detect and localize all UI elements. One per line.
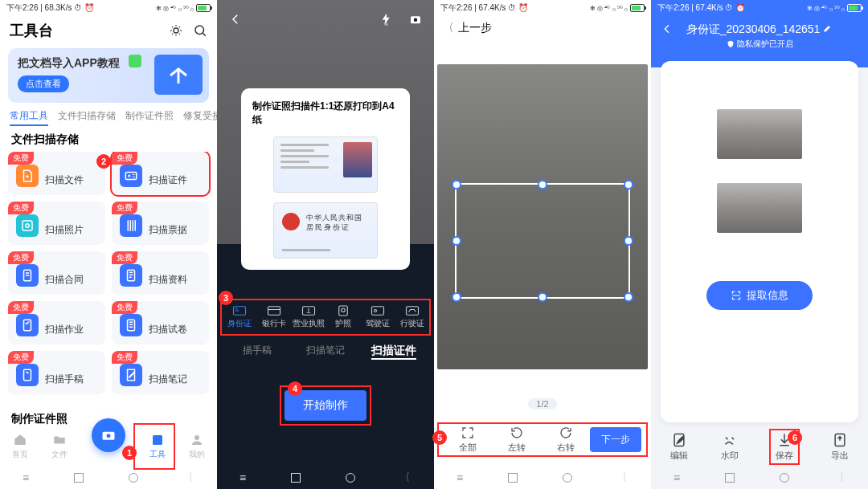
free-tag: 免费 <box>8 351 34 364</box>
next-button[interactable]: 下一步 <box>590 427 641 452</box>
crop-handle-l[interactable] <box>452 236 461 246</box>
flash-icon[interactable]: A <box>379 12 394 26</box>
doctab-license[interactable]: 营业执照 <box>291 300 326 334</box>
crop-canvas[interactable] <box>437 64 648 369</box>
back-btn[interactable]: 〈 <box>186 471 192 485</box>
action-all[interactable]: 全部 <box>444 426 493 454</box>
tab-id-photo[interactable]: 制作证件照 <box>125 109 174 126</box>
status-right: ✻ ◎ ⁴ᴳ ₍₎ ⁵ᴳ ₍₎ <box>156 4 211 12</box>
nav-home[interactable]: 首页 <box>12 433 28 460</box>
menu-btn[interactable]: ≡ <box>457 471 463 484</box>
menu-btn[interactable]: ≡ <box>23 471 29 484</box>
crop-handle-br[interactable] <box>624 292 633 302</box>
crop-handle-r[interactable] <box>624 236 633 246</box>
banner-cta[interactable]: 点击查看 <box>18 75 69 92</box>
doctab-idcard[interactable]: 身份证 <box>222 300 256 334</box>
tool-scan-id[interactable]: 免费 扫描证件 <box>112 152 209 195</box>
tool-scan-exam[interactable]: 免费 扫描试卷 <box>112 301 209 344</box>
recent-btn[interactable] <box>508 473 518 483</box>
header-text: 身份证_20230406_142651 隐私保护已开启 <box>682 22 837 51</box>
tool-grid: 免费 扫描文件 免费 扫描证件 免费 扫描照片 免费 扫描票据 免费 扫描合同 … <box>0 152 217 407</box>
crop-frame[interactable] <box>455 183 630 299</box>
back-icon[interactable] <box>661 22 674 35</box>
tool-scan-notes[interactable]: 免费 扫描笔记 <box>112 351 209 394</box>
scan-exam-icon <box>120 314 142 336</box>
nav-camera-fab[interactable] <box>92 418 125 452</box>
back-btn[interactable]: 〈 <box>403 471 409 485</box>
tool-label: 扫描文件 <box>45 173 84 187</box>
android-nav: ≡ 〈 <box>651 467 868 489</box>
id-back-result[interactable] <box>717 183 802 233</box>
recent-btn[interactable] <box>74 473 84 483</box>
free-tag: 免费 <box>112 202 137 214</box>
action-watermark[interactable]: 水印 <box>721 432 739 462</box>
marker-5: 5 <box>432 430 447 445</box>
tool-scan-contract[interactable]: 免费 扫描合同 <box>8 251 105 295</box>
battery-icon <box>630 4 645 12</box>
svg-rect-27 <box>406 307 418 316</box>
doctab-driver[interactable]: 驾驶证 <box>360 300 395 334</box>
menu-btn[interactable]: ≡ <box>240 471 246 484</box>
extract-button[interactable]: 提取信息 <box>706 281 813 310</box>
tab-common[interactable]: 常用工具 <box>10 109 48 126</box>
chevron-left-icon[interactable]: 〈 <box>445 21 453 35</box>
crop-handle-tr[interactable] <box>624 180 633 189</box>
bigtab-notes[interactable]: 扫描笔记 <box>292 337 360 365</box>
svg-point-14 <box>106 434 110 438</box>
svg-point-3 <box>27 175 29 177</box>
free-tag: 免费 <box>112 351 137 364</box>
search-icon[interactable] <box>193 23 207 38</box>
tool-scan-material[interactable]: 免费 扫描资料 <box>112 251 209 295</box>
camera-swap-icon[interactable] <box>408 12 423 26</box>
menu-btn[interactable]: ≡ <box>674 471 680 484</box>
category-tabs[interactable]: 常用工具 文件扫描存储 制作证件照 修复受损照片 <box>0 103 217 129</box>
tool-label: 扫描手稿 <box>45 373 84 386</box>
scan-manuscript-icon <box>16 364 39 386</box>
free-tag: 免费 <box>112 251 137 264</box>
crop-handle-tl[interactable] <box>452 180 461 189</box>
bigtab-manuscript[interactable]: 描手稿 <box>223 337 292 365</box>
tool-scan-file[interactable]: 免费 扫描文件 <box>8 152 105 195</box>
home-btn[interactable] <box>563 473 572 483</box>
tool-label: 扫描试卷 <box>149 323 187 336</box>
id-front-result[interactable] <box>717 109 802 159</box>
doctab-vehicle[interactable]: 行驶证 <box>395 300 429 334</box>
tool-scan-photo[interactable]: 免费 扫描照片 <box>8 202 105 245</box>
back-icon[interactable] <box>228 12 243 26</box>
action-export[interactable]: 导出 <box>831 432 849 462</box>
recent-btn[interactable] <box>725 473 735 483</box>
crop-handle-b[interactable] <box>538 292 547 302</box>
doctab-bankcard[interactable]: 银行卡 <box>256 300 291 334</box>
tool-scan-receipt[interactable]: 免费 扫描票据 <box>112 202 209 245</box>
free-tag: 免费 <box>8 251 34 264</box>
back-label[interactable]: 上一步 <box>458 21 492 35</box>
tool-scan-manuscript[interactable]: 免费 扫描手稿 <box>8 351 105 394</box>
crop-handle-t[interactable] <box>538 180 547 189</box>
crop-header: 〈 上一步 <box>434 16 651 40</box>
home-btn[interactable] <box>780 473 789 483</box>
crop-handle-bl[interactable] <box>452 292 461 302</box>
home-btn[interactable] <box>346 473 355 483</box>
doctab-passport[interactable]: 护照 <box>326 300 360 334</box>
id-preview-card: 制作证照扫描件1:1还原打印到A4纸 中华人民共和国 居民身份证 <box>241 88 410 270</box>
scan-contract-icon <box>16 264 39 287</box>
sun-icon[interactable] <box>169 23 183 38</box>
id-front-preview <box>273 137 378 193</box>
action-rotate-left[interactable]: 左转 <box>493 426 542 454</box>
recent-btn[interactable] <box>291 473 301 483</box>
action-rotate-right[interactable]: 右转 <box>541 426 590 454</box>
tab-repair[interactable]: 修复受损照片 <box>183 109 217 126</box>
svg-rect-10 <box>24 320 31 331</box>
tool-scan-homework[interactable]: 免费 扫描作业 <box>8 301 105 344</box>
home-btn[interactable] <box>129 473 138 483</box>
nav-me[interactable]: 我的 <box>189 433 205 460</box>
tab-scan-store[interactable]: 文件扫描存储 <box>58 109 116 126</box>
bigtab-id[interactable]: 扫描证件 <box>359 337 428 365</box>
screen-tools-home: 下午2:26 | 68.3K/s ⏱ ⏰ ✻ ◎ ⁴ᴳ ₍₎ ⁵ᴳ ₍₎ 工具台… <box>0 0 217 489</box>
back-btn[interactable]: 〈 <box>620 471 626 485</box>
nav-files[interactable]: 文件 <box>51 433 68 460</box>
import-banner[interactable]: 把文档导入APP教程 点击查看 <box>8 48 209 103</box>
action-edit[interactable]: 编辑 <box>670 432 688 462</box>
back-btn[interactable]: 〈 <box>837 471 843 485</box>
edit-icon[interactable] <box>823 23 833 33</box>
